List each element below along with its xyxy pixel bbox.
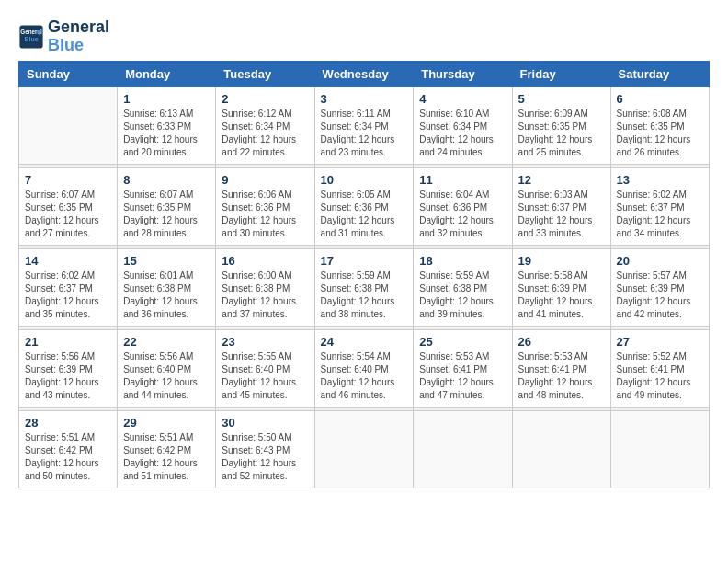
weekday-header: Saturday (610, 61, 709, 86)
day-number: 29 (123, 416, 210, 430)
calendar-week-row: 28Sunrise: 5:51 AM Sunset: 6:42 PM Dayli… (19, 410, 710, 488)
calendar-cell (414, 410, 512, 488)
day-number: 10 (321, 173, 408, 187)
calendar-cell: 27Sunrise: 5:52 AM Sunset: 6:41 PM Dayli… (610, 329, 709, 407)
calendar-week-row: 21Sunrise: 5:56 AM Sunset: 6:39 PM Dayli… (19, 329, 710, 407)
day-info: Sunrise: 6:11 AM Sunset: 6:34 PM Dayligh… (321, 108, 408, 159)
calendar-cell: 8Sunrise: 6:07 AM Sunset: 6:35 PM Daylig… (118, 167, 216, 245)
weekday-header: Wednesday (314, 61, 414, 86)
day-info: Sunrise: 5:53 AM Sunset: 6:41 PM Dayligh… (419, 350, 506, 402)
day-number: 21 (25, 335, 111, 349)
day-number: 26 (518, 335, 605, 349)
calendar-table: SundayMondayTuesdayWednesdayThursdayFrid… (18, 61, 710, 488)
day-info: Sunrise: 6:02 AM Sunset: 6:37 PM Dayligh… (617, 189, 703, 240)
day-info: Sunrise: 6:01 AM Sunset: 6:38 PM Dayligh… (123, 270, 210, 321)
calendar-week-row: 1Sunrise: 6:13 AM Sunset: 6:33 PM Daylig… (19, 86, 710, 164)
calendar-week-row: 7Sunrise: 6:07 AM Sunset: 6:35 PM Daylig… (19, 167, 710, 245)
day-number: 6 (617, 92, 703, 106)
day-info: Sunrise: 5:59 AM Sunset: 6:38 PM Dayligh… (419, 270, 506, 321)
day-number: 25 (419, 335, 506, 349)
calendar-cell: 13Sunrise: 6:02 AM Sunset: 6:37 PM Dayli… (610, 167, 709, 245)
weekday-header: Monday (118, 61, 216, 86)
day-info: Sunrise: 5:55 AM Sunset: 6:40 PM Dayligh… (222, 350, 308, 402)
calendar-cell: 23Sunrise: 5:55 AM Sunset: 6:40 PM Dayli… (216, 329, 314, 407)
day-info: Sunrise: 5:57 AM Sunset: 6:39 PM Dayligh… (617, 270, 703, 321)
calendar-cell: 20Sunrise: 5:57 AM Sunset: 6:39 PM Dayli… (610, 248, 709, 326)
day-info: Sunrise: 6:05 AM Sunset: 6:36 PM Dayligh… (321, 189, 408, 240)
day-number: 5 (518, 92, 605, 106)
day-info: Sunrise: 5:59 AM Sunset: 6:38 PM Dayligh… (321, 270, 408, 321)
calendar-week-row: 14Sunrise: 6:02 AM Sunset: 6:37 PM Dayli… (19, 248, 710, 326)
calendar-cell: 2Sunrise: 6:12 AM Sunset: 6:34 PM Daylig… (216, 86, 314, 164)
day-number: 14 (25, 254, 111, 268)
day-number: 20 (617, 254, 703, 268)
calendar-cell: 16Sunrise: 6:00 AM Sunset: 6:38 PM Dayli… (216, 248, 314, 326)
day-number: 4 (419, 92, 506, 106)
day-info: Sunrise: 6:00 AM Sunset: 6:38 PM Dayligh… (222, 270, 308, 321)
calendar-cell: 15Sunrise: 6:01 AM Sunset: 6:38 PM Dayli… (118, 248, 216, 326)
calendar-cell (314, 410, 414, 488)
calendar-cell: 12Sunrise: 6:03 AM Sunset: 6:37 PM Dayli… (512, 167, 610, 245)
calendar-cell: 10Sunrise: 6:05 AM Sunset: 6:36 PM Dayli… (314, 167, 414, 245)
calendar-cell: 21Sunrise: 5:56 AM Sunset: 6:39 PM Dayli… (19, 329, 118, 407)
day-info: Sunrise: 6:12 AM Sunset: 6:34 PM Dayligh… (222, 108, 308, 159)
day-number: 28 (25, 416, 111, 430)
day-info: Sunrise: 5:51 AM Sunset: 6:42 PM Dayligh… (25, 431, 111, 483)
day-number: 17 (321, 254, 408, 268)
logo-icon: General Blue (18, 24, 44, 50)
day-number: 23 (222, 335, 308, 349)
day-number: 12 (518, 173, 605, 187)
day-info: Sunrise: 6:03 AM Sunset: 6:37 PM Dayligh… (518, 189, 605, 240)
page-header: General Blue General Blue (18, 18, 710, 55)
day-number: 3 (321, 92, 408, 106)
calendar-cell: 5Sunrise: 6:09 AM Sunset: 6:35 PM Daylig… (512, 86, 610, 164)
day-info: Sunrise: 6:08 AM Sunset: 6:35 PM Dayligh… (617, 108, 703, 159)
day-number: 16 (222, 254, 308, 268)
weekday-header: Tuesday (216, 61, 314, 86)
calendar-cell: 11Sunrise: 6:04 AM Sunset: 6:36 PM Dayli… (414, 167, 512, 245)
weekday-header: Thursday (414, 61, 512, 86)
calendar-cell: 17Sunrise: 5:59 AM Sunset: 6:38 PM Dayli… (314, 248, 414, 326)
day-number: 22 (123, 335, 210, 349)
calendar-header-row: SundayMondayTuesdayWednesdayThursdayFrid… (19, 61, 710, 86)
day-number: 7 (25, 173, 111, 187)
day-number: 27 (617, 335, 703, 349)
calendar-cell: 24Sunrise: 5:54 AM Sunset: 6:40 PM Dayli… (314, 329, 414, 407)
calendar-cell: 9Sunrise: 6:06 AM Sunset: 6:36 PM Daylig… (216, 167, 314, 245)
calendar-cell (512, 410, 610, 488)
calendar-cell (610, 410, 709, 488)
day-number: 13 (617, 173, 703, 187)
calendar-cell: 6Sunrise: 6:08 AM Sunset: 6:35 PM Daylig… (610, 86, 709, 164)
calendar-cell (19, 86, 118, 164)
day-info: Sunrise: 5:52 AM Sunset: 6:41 PM Dayligh… (617, 350, 703, 402)
calendar-cell: 28Sunrise: 5:51 AM Sunset: 6:42 PM Dayli… (19, 410, 118, 488)
calendar-cell: 26Sunrise: 5:53 AM Sunset: 6:41 PM Dayli… (512, 329, 610, 407)
day-info: Sunrise: 6:13 AM Sunset: 6:33 PM Dayligh… (123, 108, 210, 159)
calendar-cell: 25Sunrise: 5:53 AM Sunset: 6:41 PM Dayli… (414, 329, 512, 407)
day-number: 11 (419, 173, 506, 187)
calendar-cell: 7Sunrise: 6:07 AM Sunset: 6:35 PM Daylig… (19, 167, 118, 245)
day-info: Sunrise: 5:56 AM Sunset: 6:39 PM Dayligh… (25, 350, 111, 402)
day-info: Sunrise: 6:06 AM Sunset: 6:36 PM Dayligh… (222, 189, 308, 240)
svg-text:Blue: Blue (24, 36, 38, 42)
day-info: Sunrise: 5:50 AM Sunset: 6:43 PM Dayligh… (222, 431, 308, 483)
calendar-cell: 19Sunrise: 5:58 AM Sunset: 6:39 PM Dayli… (512, 248, 610, 326)
day-info: Sunrise: 5:56 AM Sunset: 6:40 PM Dayligh… (123, 350, 210, 402)
calendar-cell: 18Sunrise: 5:59 AM Sunset: 6:38 PM Dayli… (414, 248, 512, 326)
day-number: 15 (123, 254, 210, 268)
day-info: Sunrise: 6:10 AM Sunset: 6:34 PM Dayligh… (419, 108, 506, 159)
day-info: Sunrise: 6:04 AM Sunset: 6:36 PM Dayligh… (419, 189, 506, 240)
logo-text: General Blue (48, 18, 109, 55)
day-number: 24 (321, 335, 408, 349)
calendar-cell: 22Sunrise: 5:56 AM Sunset: 6:40 PM Dayli… (118, 329, 216, 407)
weekday-header: Sunday (19, 61, 118, 86)
day-info: Sunrise: 6:07 AM Sunset: 6:35 PM Dayligh… (123, 189, 210, 240)
day-info: Sunrise: 6:09 AM Sunset: 6:35 PM Dayligh… (518, 108, 605, 159)
day-number: 8 (123, 173, 210, 187)
calendar-cell: 14Sunrise: 6:02 AM Sunset: 6:37 PM Dayli… (19, 248, 118, 326)
weekday-header: Friday (512, 61, 610, 86)
calendar-cell: 29Sunrise: 5:51 AM Sunset: 6:42 PM Dayli… (118, 410, 216, 488)
day-number: 9 (222, 173, 308, 187)
calendar-cell: 3Sunrise: 6:11 AM Sunset: 6:34 PM Daylig… (314, 86, 414, 164)
day-info: Sunrise: 6:02 AM Sunset: 6:37 PM Dayligh… (25, 270, 111, 321)
